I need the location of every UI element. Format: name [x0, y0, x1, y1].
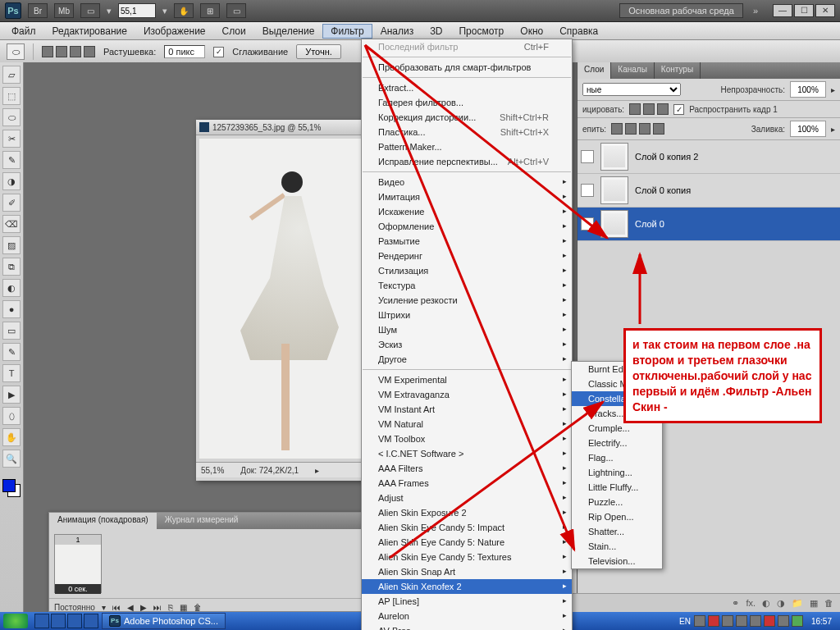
menu-item[interactable]: Rip Open... — [572, 509, 662, 524]
start-button[interactable] — [3, 614, 28, 628]
menu-item[interactable]: Adjust — [362, 491, 572, 505]
menu-item[interactable]: Lightning... — [572, 465, 662, 480]
selection-mode-icons[interactable] — [42, 46, 95, 57]
menu-item[interactable]: Flag... — [572, 450, 662, 465]
tool[interactable]: ◑ — [2, 172, 21, 190]
menu-item[interactable]: Alien Skin Eye Candy 5: Textures — [362, 550, 572, 564]
menu-item[interactable]: Имитация — [362, 189, 572, 204]
lasso-icon[interactable]: ⬭ — [7, 43, 25, 60]
menu-item[interactable]: Видео — [362, 175, 572, 189]
menu-3D[interactable]: 3D — [422, 24, 450, 39]
opacity-input[interactable] — [790, 81, 826, 98]
new-frame-icon[interactable]: ▦ — [180, 603, 187, 612]
menu-item[interactable]: Текстура — [362, 278, 572, 293]
tab-animation[interactable]: Анимация (покадровая) — [49, 513, 157, 529]
visibility-icon[interactable] — [581, 184, 594, 197]
antialias-checkbox[interactable]: ✓ — [213, 47, 224, 57]
tool[interactable]: ⌫ — [2, 215, 21, 233]
menu-Просмотр[interactable]: Просмотр — [450, 24, 512, 39]
menu-item[interactable]: VM Natural — [362, 417, 572, 431]
tool[interactable]: ✎ — [2, 151, 21, 169]
quicklaunch[interactable] — [34, 614, 98, 628]
document-window[interactable]: 1257239365_53.jpg @ 55,1% 55,1% Док: 724… — [196, 120, 377, 481]
close-button[interactable]: ✕ — [815, 4, 835, 17]
menu-item[interactable]: Штрихи — [362, 308, 572, 322]
lang-indicator[interactable]: EN — [679, 617, 691, 626]
tool[interactable]: 🔍 — [2, 450, 21, 468]
menu-item[interactable]: Оформление — [362, 219, 572, 234]
mask-icon[interactable]: ◐ — [762, 598, 770, 609]
tool[interactable]: ✎ — [2, 343, 21, 361]
menu-item[interactable]: Стилизация — [362, 263, 572, 278]
tool[interactable]: ⬭ — [2, 108, 21, 126]
tray-icons[interactable] — [694, 615, 803, 627]
menu-item[interactable]: Alien Skin Snap Art — [362, 564, 572, 579]
layer-row[interactable]: Слой 0 копия — [578, 174, 840, 208]
clock[interactable]: 16:57 — [806, 617, 837, 626]
menu-item[interactable]: Коррекция дисторсии...Shift+Ctrl+R — [362, 110, 572, 125]
screen-icon[interactable]: ▭ — [226, 3, 246, 18]
menu-item[interactable]: VM Extravaganza — [362, 387, 572, 402]
menu-item[interactable]: Преобразовать для смарт-фильтров — [362, 60, 572, 75]
menu-item[interactable]: Extract... — [362, 80, 572, 95]
panel-tab[interactable]: Каналы — [611, 62, 655, 79]
menu-item[interactable]: AAA Frames — [362, 476, 572, 491]
animation-frame[interactable]: 1 0 сек. — [54, 534, 102, 593]
ruler-icon[interactable]: ▭ — [80, 3, 100, 18]
menu-item[interactable]: Рендеринг — [362, 249, 572, 263]
color-swatch[interactable] — [2, 479, 21, 497]
menu-item[interactable]: VM Experimental — [362, 372, 572, 387]
menu-item[interactable]: AV Bros. — [362, 623, 572, 630]
visibility-icon[interactable] — [581, 217, 594, 231]
loop-select[interactable]: Постоянно — [54, 603, 95, 612]
rewind-icon[interactable]: ⏮ — [112, 603, 121, 612]
panel-tab[interactable]: Слои — [578, 62, 611, 79]
workspace-picker[interactable]: Основная рабочая среда — [619, 3, 743, 18]
fx-icon[interactable]: fx. — [746, 598, 756, 608]
menu-item[interactable]: Исправление перспективы...Alt+Ctrl+V — [362, 154, 572, 169]
menu-item[interactable]: Эскиз — [362, 337, 572, 352]
play-icon[interactable]: ▶ — [140, 603, 147, 612]
menu-Изображение[interactable]: Изображение — [135, 24, 214, 39]
menu-Справка[interactable]: Справка — [551, 24, 606, 39]
mb-icon[interactable]: Mb — [54, 3, 74, 18]
folder-icon[interactable]: 📁 — [792, 598, 803, 609]
tool[interactable]: ▶ — [2, 386, 21, 404]
tool[interactable]: ◐ — [2, 279, 21, 297]
propagate-checkbox[interactable]: ✓ — [673, 104, 684, 115]
document-titlebar[interactable]: 1257239365_53.jpg @ 55,1% — [196, 120, 377, 135]
layer-row[interactable]: Слой 0 — [578, 208, 840, 241]
document-canvas[interactable] — [199, 139, 373, 459]
menu-Выделение[interactable]: Выделение — [254, 24, 323, 39]
menu-Окно[interactable]: Окно — [512, 24, 551, 39]
menu-item[interactable]: Пластика...Shift+Ctrl+X — [362, 125, 572, 139]
tool[interactable]: ✂ — [2, 130, 21, 148]
menu-item[interactable]: Stain... — [572, 539, 662, 554]
hand-icon[interactable]: ✋ — [174, 3, 194, 18]
tab-measurement-log[interactable]: Журнал измерений — [157, 513, 247, 529]
menu-item[interactable]: Pattern Maker... — [362, 139, 572, 154]
menu-item[interactable]: Alien Skin Eye Candy 5: Nature — [362, 535, 572, 550]
menu-Фильтр[interactable]: Фильтр — [322, 24, 372, 39]
tool[interactable]: ⬯ — [2, 407, 21, 425]
menu-item[interactable]: Alien Skin Eye Candy 5: Impact — [362, 520, 572, 535]
unify-icons[interactable] — [629, 103, 669, 115]
visibility-icon[interactable] — [581, 150, 594, 163]
view-icon[interactable]: ⊞ — [200, 3, 220, 18]
delete-layer-icon[interactable]: 🗑 — [824, 598, 833, 608]
layer-row[interactable]: Слой 0 копия 2 — [578, 140, 840, 174]
lock-icons[interactable] — [611, 123, 664, 135]
prev-icon[interactable]: ◀ — [127, 603, 134, 612]
tool[interactable]: ✋ — [2, 428, 21, 446]
menu-item[interactable]: Галерея фильтров... — [362, 95, 572, 110]
menu-Файл[interactable]: Файл — [3, 24, 44, 39]
menu-Анализ[interactable]: Анализ — [372, 24, 422, 39]
trash-icon[interactable]: 🗑 — [194, 603, 202, 612]
menu-item[interactable]: Little Fluffy... — [572, 480, 662, 495]
panel-tab[interactable]: Контуры — [655, 62, 701, 79]
menu-item[interactable]: Размытие — [362, 234, 572, 249]
menu-item[interactable]: Другое — [362, 352, 572, 367]
menu-item[interactable]: VM Toolbox — [362, 431, 572, 446]
tool[interactable]: ▱ — [2, 66, 21, 84]
fill-input[interactable] — [790, 121, 826, 137]
